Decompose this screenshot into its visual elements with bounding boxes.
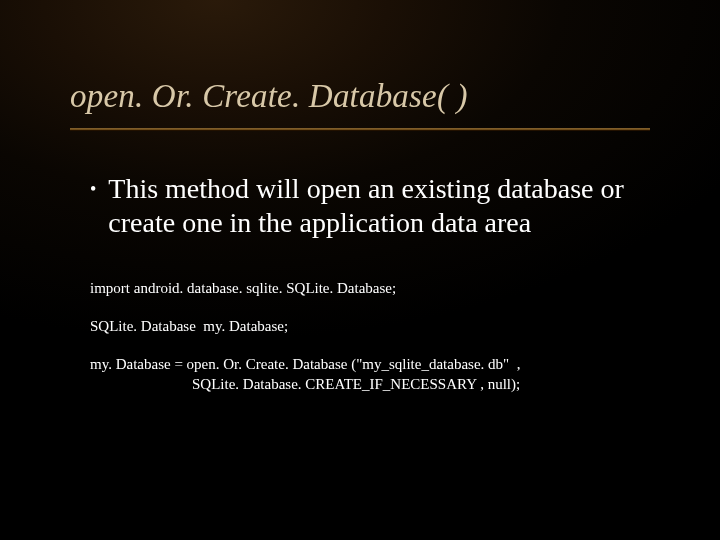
slide-body: • This method will open an existing data… [90,172,655,240]
bullet-item: • This method will open an existing data… [90,172,655,240]
code-line-2: SQLite. Database my. Database; [90,316,650,336]
slide-title: open. Or. Create. Database( ) [70,78,468,115]
bullet-text: This method will open an existing databa… [108,172,655,240]
code-line-1: import android. database. sqlite. SQLite… [90,278,650,298]
title-underline [70,128,650,131]
code-block: import android. database. sqlite. SQLite… [90,278,650,394]
code-line-3b: SQLite. Database. CREATE_IF_NECESSARY , … [90,374,650,394]
code-line-3a: my. Database = open. Or. Create. Databas… [90,354,650,374]
slide: open. Or. Create. Database( ) • This met… [0,0,720,540]
bullet-marker: • [90,172,96,206]
